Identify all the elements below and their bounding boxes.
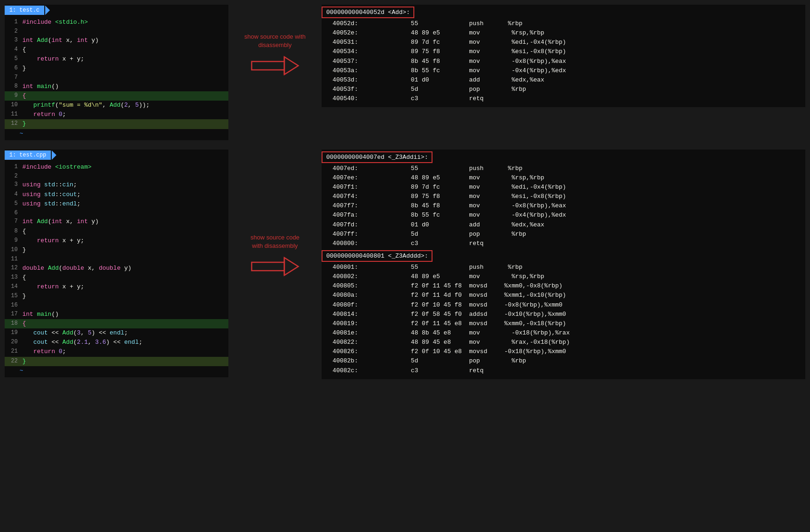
- code-line: 2: [5, 172, 228, 181]
- disasm-line: 400537: 8b 45 f8 mov -0x8(%rbp),%eax: [322, 57, 805, 66]
- disasm-line: 400802: 48 89 e5 mov %rsp,%rbp: [322, 272, 805, 281]
- code-line: 11: [5, 255, 228, 264]
- code-content-1: 1#include <stdio.h> 2 3int Add(int x, in…: [5, 16, 228, 140]
- disasm-line: 40080a: f2 0f 11 4d f0 movsd %xmm1,-0x10…: [322, 291, 805, 300]
- tab-arrow-1: [45, 6, 50, 15]
- arrow-area-2: show source codewith disassembly: [228, 150, 322, 280]
- disasm-block-2b: 0000000000400801 <_Z3Adddd>: 400801: 55 …: [322, 250, 805, 375]
- disasm-line: 40053d: 01 d0 add %edx,%eax: [322, 75, 805, 85]
- disasm-header-1: 000000000040052d <Add>:: [322, 7, 414, 18]
- disasm-line: 4007fa: 8b 55 fc mov -0x4(%rbp),%edx: [322, 211, 805, 220]
- code-line: 8{: [5, 227, 228, 236]
- disasm-header-2a: 00000000004007ed <_Z3Addii>:: [322, 151, 432, 163]
- code-line: 17int main(): [5, 310, 228, 319]
- code-line: 7: [5, 73, 228, 82]
- code-line: 5using std::endl;: [5, 199, 228, 209]
- code-line: 18{: [5, 319, 228, 328]
- disasm-line: 40081e: 48 8b 45 e8 mov -0x18(%rbp),%rax: [322, 328, 805, 338]
- tilde: ~: [5, 129, 228, 138]
- code-panel-1: 1: test.c 1#include <stdio.h> 2 3int Add…: [5, 5, 228, 140]
- code-line: 6: [5, 209, 228, 218]
- disasm-line: 4007f1: 89 7d fc mov %edi,-0x4(%rbp): [322, 183, 805, 192]
- disasm-line: 4007ff: 5d pop %rbp: [322, 230, 805, 239]
- code-line: 1#include <stdio.h>: [5, 18, 228, 27]
- section1: 1: test.c 1#include <stdio.h> 2 3int Add…: [5, 5, 805, 140]
- disasm-line: 400540: c3 retq: [322, 94, 805, 103]
- code-line: 12}: [5, 119, 228, 129]
- tilde: ~: [5, 366, 228, 375]
- code-line: 10}: [5, 246, 228, 255]
- arrow-svg-2: [249, 254, 301, 280]
- code-line: 1#include <iostream>: [5, 163, 228, 172]
- svg-rect-6: [252, 262, 284, 271]
- disasm-line: 40052e: 48 89 e5 mov %rsp,%rbp: [322, 28, 805, 38]
- svg-marker-2: [284, 57, 298, 75]
- code-line: 10 printf("sum = %d\n", Add(2, 5));: [5, 101, 228, 110]
- arrow-svg-1: [249, 53, 301, 79]
- code-line: 2: [5, 27, 228, 36]
- disasm-line: 4007ee: 48 89 e5 mov %rsp,%rbp: [322, 173, 805, 183]
- disasm-line: 4007fd: 01 d0 add %edx,%eax: [322, 220, 805, 230]
- disasm-line: 400805: f2 0f 11 45 f8 movsd %xmm0,-0x8(…: [322, 281, 805, 291]
- code-line: 13{: [5, 273, 228, 282]
- code-line: 11 return 0;: [5, 110, 228, 119]
- disasm-line: 40052d: 55 push %rbp: [322, 19, 805, 28]
- arrow-area-1: show source code with disassembly: [228, 5, 322, 79]
- disasm-line: 400822: 48 89 45 e8 mov %rax,-0x18(%rbp): [322, 338, 805, 347]
- disasm-line: 400801: 55 push %rbp: [322, 263, 805, 272]
- code-line: 9{: [5, 91, 228, 101]
- disasm-line: 400819: f2 0f 11 45 e8 movsd %xmm0,-0x18…: [322, 319, 805, 328]
- code-line: 20 cout << Add(2.1, 3.6) << endl;: [5, 338, 228, 347]
- code-line: 21 return 0;: [5, 347, 228, 356]
- svg-rect-1: [252, 61, 284, 70]
- code-panel-2: 1: test.cpp 1#include <iostream> 2 3usin…: [5, 150, 228, 377]
- disasm-block-2a: 00000000004007ed <_Z3Addii>: 4007ed: 55 …: [322, 151, 805, 248]
- disasm-line: 40082c: c3 retq: [322, 366, 805, 375]
- code-line: 8int main(): [5, 82, 228, 91]
- disasm-header-2b: 0000000000400801 <_Z3Adddd>:: [322, 250, 432, 262]
- code-content-2: 1#include <iostream> 2 3using std::cin; …: [5, 161, 228, 377]
- code-line: 14 return x + y;: [5, 282, 228, 292]
- disasm-line: 40053a: 8b 55 fc mov -0x4(%rbp),%edx: [322, 66, 805, 75]
- arrow-label-2: show source codewith disassembly: [251, 233, 300, 250]
- code-line: 19 cout << Add(3, 5) << endl;: [5, 328, 228, 338]
- code-line: 7int Add(int x, int y): [5, 217, 228, 226]
- code-line: 16: [5, 301, 228, 310]
- section2: 1: test.cpp 1#include <iostream> 2 3usin…: [5, 150, 805, 379]
- disasm-line: 400826: f2 0f 10 45 e8 movsd -0x18(%rbp)…: [322, 347, 805, 356]
- svg-marker-7: [284, 258, 298, 275]
- disasm-line: 400534: 89 75 f8 mov %esi,-0x8(%rbp): [322, 47, 805, 56]
- disasm-panel-2: 00000000004007ed <_Z3Addii>: 4007ed: 55 …: [322, 150, 805, 379]
- code-tab-1[interactable]: 1: test.c: [5, 6, 44, 15]
- code-line: 3int Add(int x, int y): [5, 36, 228, 45]
- disasm-line: 40082b: 5d pop %rbp: [322, 356, 805, 366]
- code-line: 12double Add(double x, double y): [5, 264, 228, 273]
- disasm-line: 4007f7: 8b 45 f8 mov -0x8(%rbp),%eax: [322, 201, 805, 211]
- main-container: 1: test.c 1#include <stdio.h> 2 3int Add…: [5, 5, 805, 379]
- disasm-line: 4007ed: 55 push %rbp: [322, 164, 805, 173]
- code-line: 6}: [5, 64, 228, 73]
- code-line: 4{: [5, 45, 228, 55]
- disasm-line: 4007f4: 89 75 f8 mov %esi,-0x8(%rbp): [322, 192, 805, 201]
- tab-arrow-2: [52, 150, 56, 160]
- disasm-block-1: 000000000040052d <Add>: 40052d: 55 push …: [322, 7, 805, 103]
- code-line: 15}: [5, 292, 228, 301]
- disasm-line: 400800: c3 retq: [322, 239, 805, 248]
- code-line: 4using std::cout;: [5, 190, 228, 199]
- disasm-line: 400531: 89 7d fc mov %edi,-0x4(%rbp): [322, 38, 805, 47]
- code-line: 5 return x + y;: [5, 55, 228, 64]
- disasm-line: 400814: f2 0f 58 45 f0 addsd -0x10(%rbp)…: [322, 310, 805, 319]
- arrow-label-1: show source code with disassembly: [233, 33, 317, 49]
- disasm-line: 40053f: 5d pop %rbp: [322, 85, 805, 94]
- code-line: 3using std::cin;: [5, 180, 228, 190]
- code-tab-2[interactable]: 1: test.cpp: [5, 150, 51, 160]
- disasm-panel-1: 000000000040052d <Add>: 40052d: 55 push …: [322, 5, 805, 107]
- code-line: 22}: [5, 357, 228, 366]
- code-line: 9 return x + y;: [5, 236, 228, 246]
- disasm-line: 40080f: f2 0f 10 45 f8 movsd -0x8(%rbp),…: [322, 300, 805, 310]
